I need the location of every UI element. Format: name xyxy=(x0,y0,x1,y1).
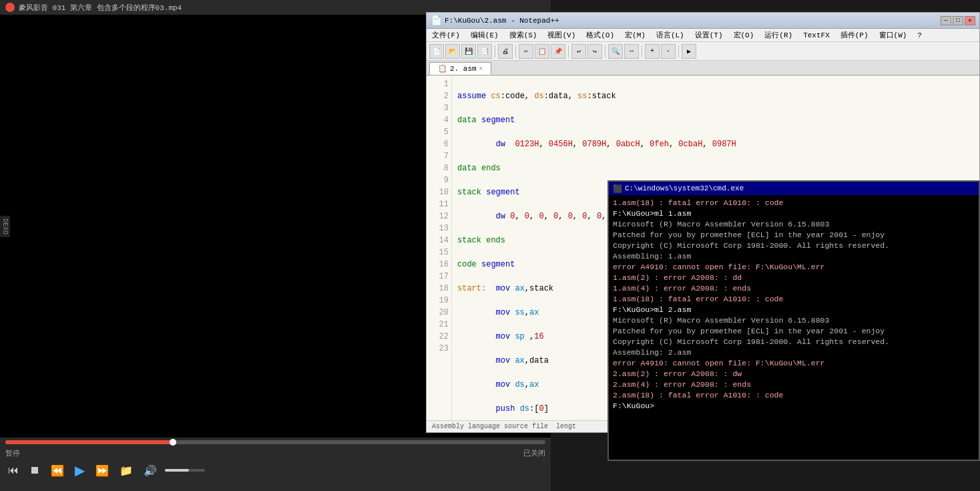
menu-macro[interactable]: 宏(M) xyxy=(622,29,648,41)
tab-icon: 📋 xyxy=(438,64,447,73)
menu-textfx[interactable]: TextFX xyxy=(800,31,832,40)
video-controls: 暂停 已关闭 ⏮ ⏹ ⏪ ▶ ⏩ 📁 🔊 xyxy=(0,438,551,491)
cmd-title: C:\windows\system32\cmd.exe xyxy=(625,184,744,192)
close-button[interactable]: ✕ xyxy=(965,16,975,25)
toolbar-zoom-out[interactable]: - xyxy=(661,44,676,59)
next-button[interactable]: ⏩ xyxy=(93,463,111,478)
toolbar-undo[interactable]: ↩ xyxy=(571,44,586,59)
toolbar-run[interactable]: ▶ xyxy=(682,44,696,59)
menu-edit[interactable]: 编辑(E) xyxy=(468,29,501,41)
menu-format[interactable]: 格式(O) xyxy=(583,29,617,41)
menu-plugins[interactable]: 插件(P) xyxy=(838,29,871,41)
video-icon xyxy=(5,3,15,12)
toolbar-find[interactable]: 🔍 xyxy=(608,44,623,59)
side-label: DEXO xyxy=(0,215,10,236)
stop-button[interactable]: ⏹ xyxy=(27,463,43,478)
notepad-titlebar: 📄 F:\KuGou\2.asm - Notepad++ ─ □ ✕ xyxy=(427,13,979,29)
toolbar-replace[interactable]: ↔ xyxy=(624,44,639,59)
toolbar-sep4 xyxy=(605,45,605,57)
menu-view[interactable]: 视图(V) xyxy=(545,29,578,41)
toolbar-new[interactable]: 📄 xyxy=(429,44,444,59)
menu-macro2[interactable]: 宏(O) xyxy=(731,29,757,41)
menu-search[interactable]: 搜索(S) xyxy=(507,29,540,41)
toolbar-sep1 xyxy=(495,45,495,57)
menu-window[interactable]: 窗口(W) xyxy=(877,29,910,41)
menu-run[interactable]: 运行(R) xyxy=(762,29,795,41)
menu-language[interactable]: 语言(L) xyxy=(654,29,687,41)
titlebar-buttons: ─ □ ✕ xyxy=(941,16,975,25)
video-title: 豢风影音 031 第六章 包含多个段的程序03.mp4 xyxy=(19,3,182,13)
toolbar-sep5 xyxy=(642,45,642,57)
notepad-menubar: 文件(F) 编辑(E) 搜索(S) 视图(V) 格式(O) 宏(M) 语言(L)… xyxy=(427,29,979,42)
tab-close[interactable]: ✕ xyxy=(479,65,483,72)
progress-fill xyxy=(5,440,173,444)
cmd-content[interactable]: 1.asm(18) : fatal error A1010: : codeF:\… xyxy=(609,195,979,460)
open-button[interactable]: 📁 xyxy=(117,463,136,478)
status-closed: 已关闭 xyxy=(523,448,545,458)
restore-button[interactable]: □ xyxy=(953,16,963,25)
statusbar-length: lengt xyxy=(556,423,576,430)
notepad-icon: 📄 xyxy=(431,15,442,26)
toolbar-sep6 xyxy=(678,45,679,57)
notepad-tabs: 📋 2. asm ✕ xyxy=(427,61,979,75)
toolbar-save[interactable]: 💾 xyxy=(461,44,476,59)
toolbar-sep3 xyxy=(568,45,569,57)
status-row: 暂停 已关闭 xyxy=(5,448,545,458)
cmd-window: ⬛ C:\windows\system32\cmd.exe 1.asm(18) … xyxy=(607,180,980,461)
toolbar-paste[interactable]: 📌 xyxy=(551,44,565,59)
play-button[interactable]: ▶ xyxy=(72,461,87,480)
toolbar-copy[interactable]: 📋 xyxy=(535,44,549,59)
volume-fill xyxy=(165,469,189,472)
line-numbers: 12345 678910 1112131415 1617181920 21222… xyxy=(427,75,452,420)
cmd-titlebar: ⬛ C:\windows\system32\cmd.exe xyxy=(609,182,979,195)
prev-button[interactable]: ⏪ xyxy=(48,463,67,478)
toolbar-sep2 xyxy=(515,45,516,57)
menu-help[interactable]: ? xyxy=(915,31,925,40)
toolbar-zoom-in[interactable]: + xyxy=(645,44,660,59)
toolbar-redo[interactable]: ↪ xyxy=(587,44,602,59)
progress-thumb[interactable] xyxy=(170,439,176,446)
controls-row: ⏮ ⏹ ⏪ ▶ ⏩ 📁 🔊 xyxy=(5,461,545,480)
toolbar-saveall[interactable]: 📑 xyxy=(477,44,492,59)
toolbar-cut[interactable]: ✂ xyxy=(519,44,533,59)
minimize-button[interactable]: ─ xyxy=(941,16,951,25)
progress-bar[interactable] xyxy=(5,440,545,444)
toolbar-open[interactable]: 📂 xyxy=(445,44,460,59)
cmd-icon: ⬛ xyxy=(613,184,622,193)
tab-label: 2. asm xyxy=(450,65,477,73)
rewind-button[interactable]: ⏮ xyxy=(5,463,21,478)
statusbar-filetype: Assembly language source file xyxy=(432,423,548,430)
notepad-title: F:\KuGou\2.asm - Notepad++ xyxy=(445,17,938,25)
menu-file[interactable]: 文件(F) xyxy=(429,29,463,41)
volume-slider[interactable] xyxy=(165,469,205,472)
volume-icon[interactable]: 🔊 xyxy=(141,463,160,478)
menu-settings[interactable]: 设置(T) xyxy=(692,29,726,41)
status-paused: 暂停 xyxy=(5,448,20,458)
tab-2asm[interactable]: 📋 2. asm ✕ xyxy=(429,62,491,75)
notepad-toolbar: 📄 📂 💾 📑 🖨 ✂ 📋 📌 ↩ ↪ 🔍 ↔ + - ▶ xyxy=(427,42,979,61)
toolbar-print[interactable]: 🖨 xyxy=(498,44,513,59)
